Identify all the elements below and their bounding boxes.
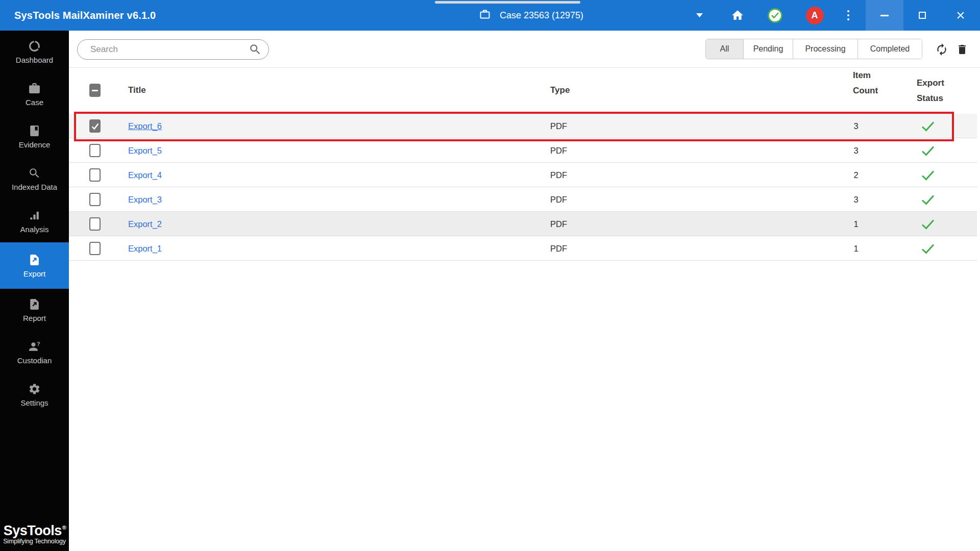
kebab-menu-icon — [847, 10, 849, 20]
select-all-checkbox[interactable] — [89, 84, 101, 97]
case-icon — [28, 82, 41, 95]
completed-check-icon — [921, 121, 935, 132]
refresh-button[interactable] — [935, 42, 949, 57]
item-count-value: 3 — [846, 138, 866, 163]
search-box — [77, 39, 269, 60]
status-filter-tabs: AllPendingProcessingCompleted — [705, 39, 922, 59]
row-checkbox[interactable] — [89, 168, 101, 182]
export-type: PDF — [550, 114, 567, 138]
export-type: PDF — [550, 163, 567, 187]
sidebar-item-custodian[interactable]: ? Custodian — [0, 331, 69, 373]
export-status-cell — [920, 212, 936, 236]
item-count-value: 3 — [846, 114, 866, 138]
trash-icon — [956, 43, 968, 56]
mailxaminer-window: SysTools MailXaminer v6.1.0 Case 23563 (… — [0, 0, 980, 551]
sidebar-item-label: Indexed Data — [12, 183, 57, 191]
export-type: PDF — [550, 212, 567, 236]
table-row[interactable]: Export_4 PDF 2 — [69, 163, 977, 187]
evidence-icon — [28, 124, 41, 138]
avatar: A — [806, 7, 824, 24]
maximize-button[interactable] — [903, 0, 941, 31]
sidebar-item-evidence[interactable]: Evidence — [0, 115, 69, 158]
filter-tab-processing[interactable]: Processing — [793, 39, 857, 59]
sidebar-item-export[interactable]: Export — [0, 242, 69, 289]
table-row[interactable]: Export_2 PDF 1 — [69, 212, 977, 236]
row-checkbox[interactable] — [89, 242, 101, 255]
sidebar-item-dashboard[interactable]: Dashboard — [0, 31, 69, 73]
custodian-icon: ? — [28, 340, 41, 354]
user-menu[interactable]: A — [804, 0, 825, 31]
sidebar-item-report[interactable]: Report — [0, 289, 69, 331]
settings-icon — [28, 383, 41, 396]
minimize-button[interactable] — [866, 0, 903, 31]
export-table: Export_6 PDF 3 Export_5 PDF 3 Export_4 P… — [69, 114, 977, 261]
home-icon — [731, 9, 744, 22]
table-row[interactable]: Export_1 PDF 1 — [69, 236, 977, 261]
more-options-button[interactable] — [839, 0, 857, 31]
sidebar-item-analysis[interactable]: Analysis — [0, 200, 69, 242]
filter-tab-completed[interactable]: Completed — [857, 39, 922, 59]
table-row[interactable]: Export_6 PDF 3 — [69, 114, 977, 138]
item-count-value: 2 — [846, 163, 866, 187]
export-title-link[interactable]: Export_2 — [128, 219, 162, 229]
completed-check-icon — [921, 194, 935, 205]
export-page: AllPendingProcessingCompleted Title Type… — [69, 31, 980, 551]
titlebar: SysTools MailXaminer v6.1.0 Case 23563 (… — [0, 0, 980, 31]
export-status-cell — [920, 187, 936, 212]
completed-check-icon — [921, 243, 935, 254]
sidebar-item-indexed-data[interactable]: Indexed Data — [0, 158, 69, 200]
toolbar: AllPendingProcessingCompleted — [69, 31, 980, 68]
export-icon — [28, 254, 41, 267]
refresh-icon — [935, 43, 948, 56]
sidebar-item-label: Report — [23, 314, 46, 322]
sidebar-item-label: Evidence — [19, 140, 51, 149]
row-checkbox[interactable] — [89, 217, 101, 231]
export-title-link[interactable]: Export_6 — [128, 121, 162, 131]
maximize-icon — [919, 12, 926, 19]
case-selector[interactable]: Case 23563 (12975) — [479, 0, 583, 31]
report-icon — [28, 298, 41, 311]
sidebar-item-settings[interactable]: Settings — [0, 373, 69, 416]
export-title-link[interactable]: Export_1 — [128, 244, 162, 254]
app-title: SysTools MailXaminer v6.1.0 — [14, 0, 156, 31]
home-button[interactable] — [728, 0, 747, 31]
logo-registered-mark: ® — [62, 524, 66, 531]
analysis-icon — [28, 209, 41, 222]
sidebar-item-case[interactable]: Case — [0, 73, 69, 115]
search-input[interactable] — [77, 39, 269, 60]
check-circle-icon — [768, 8, 782, 23]
sidebar-item-label: Case — [26, 98, 43, 107]
status-badge[interactable] — [766, 0, 784, 31]
sidebar-item-label: Dashboard — [16, 56, 53, 64]
export-title-link[interactable]: Export_5 — [128, 146, 162, 156]
sidebar-item-label: Analysis — [20, 225, 49, 234]
row-checkbox[interactable] — [89, 144, 101, 157]
completed-check-icon — [921, 170, 935, 181]
delete-button[interactable] — [955, 42, 969, 57]
export-title-link[interactable]: Export_3 — [128, 195, 162, 205]
export-status-cell — [920, 163, 936, 187]
export-status-cell — [920, 114, 936, 138]
indexed-data-icon — [28, 167, 41, 180]
export-title-link[interactable]: Export_4 — [128, 170, 162, 180]
export-type: PDF — [550, 236, 567, 261]
column-header-export-status: Export Status — [917, 76, 944, 106]
svg-text:?: ? — [37, 341, 40, 347]
logo-brand: SysTools — [4, 523, 62, 538]
item-count-value: 3 — [846, 187, 866, 212]
filter-tab-pending[interactable]: Pending — [743, 39, 793, 59]
logo-tagline: Simplifying Technology — [0, 538, 69, 545]
export-status-cell — [920, 138, 936, 163]
row-checkbox[interactable] — [89, 119, 101, 133]
close-button[interactable] — [941, 0, 980, 31]
filter-tab-all[interactable]: All — [706, 39, 743, 59]
close-icon — [956, 11, 965, 20]
dashboard-icon — [28, 40, 41, 53]
sidebar-item-label: Custodian — [17, 356, 52, 365]
case-dropdown-button[interactable] — [690, 0, 708, 31]
row-checkbox[interactable] — [89, 193, 101, 206]
column-header-item-count: Item Count — [853, 68, 878, 98]
completed-check-icon — [921, 219, 935, 230]
table-row[interactable]: Export_5 PDF 3 — [69, 138, 977, 163]
table-row[interactable]: Export_3 PDF 3 — [69, 187, 977, 212]
